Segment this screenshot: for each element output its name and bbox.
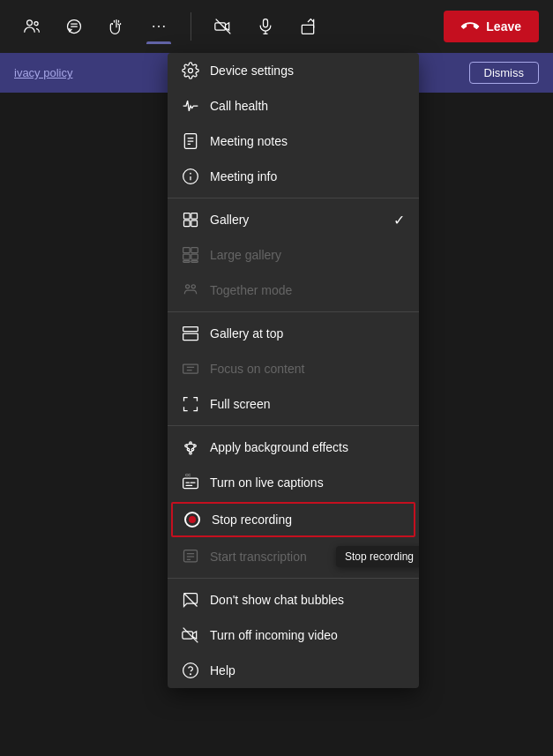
focus-content-label: Focus on content [210,362,304,376]
svg-rect-27 [191,254,198,259]
meeting-notes-label: Meeting notes [210,134,288,148]
phone-icon [458,14,482,39]
chat-icon [65,18,83,35]
svg-point-61 [191,674,191,675]
chat-bubbles-label: Don't show chat bubbles [210,593,344,607]
menu-item-meeting-info[interactable]: Meeting info [168,159,419,194]
separator-2 [168,311,419,312]
incoming-video-label: Turn off incoming video [210,628,338,642]
chat-button[interactable] [56,9,92,44]
svg-rect-34 [183,364,198,373]
privacy-link[interactable]: ivacy policy [14,66,72,79]
svg-point-1 [34,22,38,26]
svg-line-43 [186,444,191,445]
help-label: Help [210,663,235,677]
menu-item-meeting-notes[interactable]: Meeting notes [168,124,419,159]
people-icon [23,18,41,35]
svg-point-60 [183,663,198,678]
background-icon [182,438,199,456]
more-button[interactable] [141,9,176,44]
help-icon [182,662,199,679]
svg-rect-21 [191,213,198,220]
svg-point-30 [186,285,190,288]
camera-button[interactable] [206,9,241,44]
gallery-check: ✓ [393,212,405,228]
svg-rect-11 [302,25,313,34]
svg-line-6 [216,19,231,34]
separator-4 [168,578,419,579]
svg-line-45 [186,447,189,449]
stop-recording-tooltip: Stop recording [336,546,419,567]
menu-item-focus-content: Focus on content [168,351,419,386]
raise-hand-icon [108,18,125,35]
svg-rect-25 [191,248,198,253]
svg-line-47 [189,451,191,453]
svg-line-48 [191,451,193,453]
share-icon [299,18,317,35]
separator-1 [168,198,419,198]
svg-point-4 [158,26,160,27]
menu-item-captions[interactable]: CC Turn on live captions [168,465,419,500]
svg-point-5 [163,26,165,27]
menu-item-large-gallery: Large gallery [168,237,419,273]
dismiss-button[interactable]: Dismiss [469,62,540,84]
menu-item-gallery[interactable]: Gallery ✓ [168,202,419,237]
full-screen-label: Full screen [210,397,270,411]
large-gallery-label: Large gallery [210,248,281,262]
menu-item-device-settings[interactable]: Device settings [168,53,419,88]
svg-rect-32 [183,327,198,332]
captions-icon: CC [182,474,199,491]
transcription-icon [182,548,199,565]
menu-item-incoming-video[interactable]: Turn off incoming video [168,618,419,653]
info-icon [182,168,199,185]
svg-rect-49 [183,478,198,489]
svg-line-59 [183,628,198,643]
menu-item-call-health[interactable]: Call health [168,88,419,124]
gear-icon [182,62,199,79]
more-icon [150,18,168,35]
camera-off-icon [214,18,232,35]
svg-point-0 [27,20,33,26]
record-icon [183,511,201,528]
meeting-info-label: Meeting info [210,169,277,183]
toolbar-divider [191,12,191,41]
background-label: Apply background effects [210,440,348,454]
menu-item-gallery-at-top[interactable]: Gallery at top [168,316,419,351]
mic-button[interactable] [248,9,283,44]
svg-rect-28 [183,261,191,263]
svg-rect-29 [191,261,198,263]
top-bar: Leave [0,0,553,53]
call-health-label: Call health [210,99,268,113]
gallery-label: Gallery [210,213,249,227]
menu-item-chat-bubbles[interactable]: Don't show chat bubbles [168,582,419,618]
together-mode-label: Together mode [210,283,292,297]
menu-item-stop-recording[interactable]: Stop recording Stop recording [171,502,415,537]
people-button[interactable] [14,9,49,44]
menu-item-background[interactable]: Apply background effects [168,430,419,465]
svg-point-31 [191,285,195,288]
dropdown-menu: Device settings Call health Meeting note… [168,53,419,688]
svg-rect-33 [183,333,198,341]
svg-rect-20 [184,213,191,220]
svg-point-12 [189,69,193,73]
share-button[interactable] [290,9,325,44]
svg-point-41 [191,448,194,451]
menu-item-help[interactable]: Help [168,653,419,688]
svg-point-3 [153,26,154,27]
device-settings-label: Device settings [210,64,294,78]
raise-hand-button[interactable] [99,9,134,44]
svg-rect-23 [191,221,198,227]
focus-icon [182,360,199,378]
leave-button[interactable]: Leave [444,11,539,42]
pulse-icon [182,97,199,115]
gallery-top-label: Gallery at top [210,326,283,341]
svg-point-42 [190,452,192,454]
svg-line-44 [191,444,195,445]
svg-rect-24 [183,248,191,253]
svg-rect-7 [264,19,268,27]
captions-label: Turn on live captions [210,475,324,490]
no-chat-icon [182,591,199,609]
menu-item-full-screen[interactable]: Full screen [168,386,419,422]
large-gallery-icon [182,246,199,264]
svg-text:CC: CC [185,474,191,477]
